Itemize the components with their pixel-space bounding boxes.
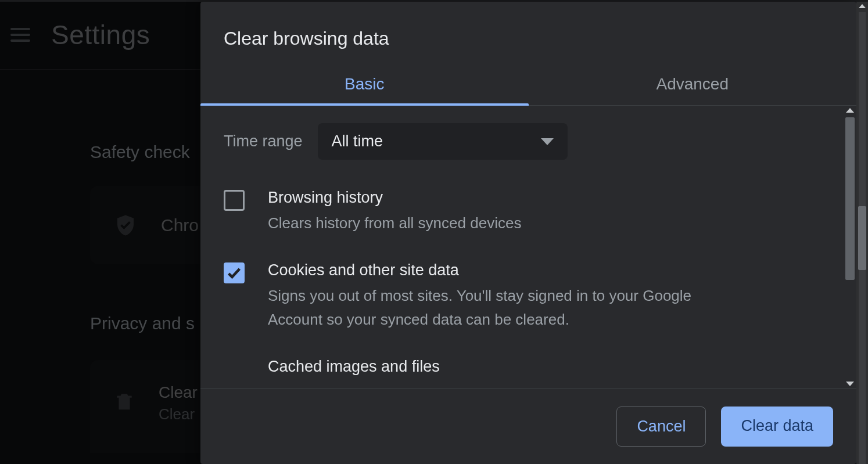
tab-advanced[interactable]: Advanced (529, 64, 857, 105)
time-range-dropdown[interactable]: All time (318, 123, 568, 160)
clear-data-button[interactable]: Clear data (721, 407, 833, 447)
cancel-button[interactable]: Cancel (616, 407, 706, 447)
option-desc: Signs you out of most sites. You'll stay… (268, 284, 744, 331)
dialog-tabs: Basic Advanced (200, 64, 856, 106)
dialog-body: Time range All time Browsing history Cle… (200, 106, 856, 389)
option-cached: Cached images and files (224, 358, 808, 380)
option-title: Cookies and other site data (268, 261, 744, 279)
checkbox-browsing-history[interactable] (224, 190, 245, 211)
scroll-thumb[interactable] (845, 117, 855, 280)
clear-browsing-data-dialog: Clear browsing data Basic Advanced Time … (200, 2, 856, 464)
scroll-up-icon[interactable] (859, 4, 866, 8)
time-range-value: All time (332, 132, 383, 150)
checkbox-cookies[interactable] (224, 262, 245, 283)
option-browsing-history: Browsing history Clears history from all… (224, 189, 808, 235)
time-range-label: Time range (224, 132, 303, 150)
chevron-down-icon (541, 138, 554, 145)
option-title: Browsing history (268, 189, 521, 207)
option-desc: Clears history from all synced devices (268, 211, 521, 235)
scroll-thumb[interactable] (858, 206, 866, 270)
option-cookies: Cookies and other site data Signs you ou… (224, 261, 808, 331)
scroll-down-icon[interactable] (846, 382, 854, 386)
dialog-footer: Cancel Clear data (200, 389, 856, 464)
tab-basic[interactable]: Basic (200, 64, 529, 105)
option-title: Cached images and files (268, 358, 440, 376)
dialog-scrollbar[interactable] (844, 106, 856, 389)
dialog-title: Clear browsing data (200, 2, 856, 64)
scroll-up-icon[interactable] (846, 108, 854, 113)
page-scrollbar[interactable] (856, 2, 868, 464)
